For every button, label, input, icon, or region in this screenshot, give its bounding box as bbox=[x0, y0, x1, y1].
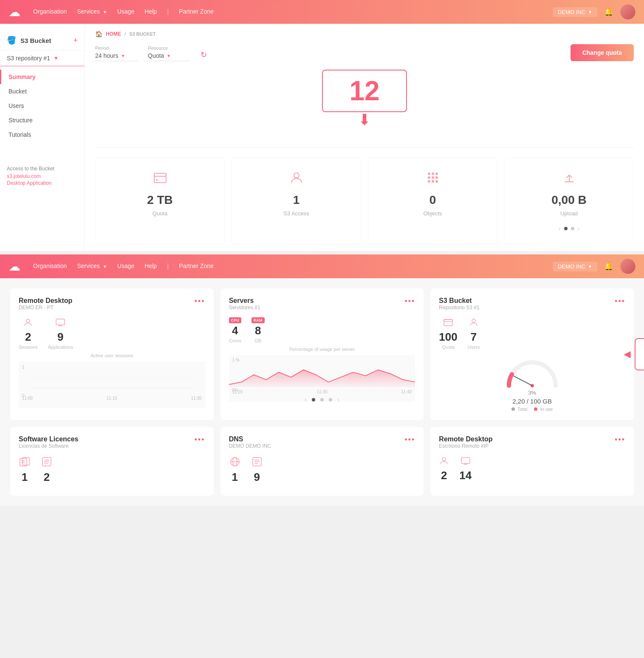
nav2-partner[interactable]: Partner Zone bbox=[179, 263, 214, 270]
breadcrumb-home[interactable]: HOME bbox=[106, 31, 121, 37]
dns-metrics: 1 9 bbox=[229, 456, 415, 484]
svg-rect-19 bbox=[444, 319, 452, 322]
sidebar-footer: Access to the Bucket s3.jotelulu.com Des… bbox=[0, 159, 85, 194]
org-selector-2[interactable]: DEMO INC ▼ bbox=[553, 262, 597, 271]
nav-organisation-1[interactable]: Organisation bbox=[33, 8, 67, 16]
dns-title-group: DNS DEMO DEMO INC bbox=[229, 435, 271, 455]
nav-usage-1[interactable]: Usage bbox=[117, 8, 134, 16]
sessions-label: Sessions bbox=[19, 345, 38, 350]
s3b-gauge-legend: Total In use bbox=[439, 407, 625, 412]
servers-header: Servers Servidores #1 ••• bbox=[229, 297, 415, 316]
servers-dot2[interactable] bbox=[320, 398, 324, 401]
cores-label: Cores bbox=[229, 338, 241, 343]
s3b-legend-total: Total bbox=[511, 407, 527, 412]
servers-next[interactable]: › bbox=[337, 396, 339, 402]
s3b-users-icon bbox=[469, 317, 479, 330]
servers-gb: RAM 8 GB bbox=[251, 317, 265, 343]
nav2-usage[interactable]: Usage bbox=[117, 263, 134, 270]
servers-dot3[interactable] bbox=[329, 398, 332, 401]
sessions-value: 2 bbox=[25, 330, 31, 344]
svg-point-12 bbox=[435, 180, 438, 183]
avatar-2[interactable] bbox=[620, 259, 636, 274]
nav-help-1[interactable]: Help bbox=[144, 8, 157, 16]
nav2-separator: | bbox=[167, 263, 169, 270]
nav2-services[interactable]: Services ▼ bbox=[77, 263, 107, 270]
applications-icon bbox=[55, 317, 65, 330]
bell-icon-2[interactable]: 🔔 bbox=[604, 262, 613, 271]
annotation-13-box: 13 bbox=[635, 338, 644, 370]
sidebar-item-structure[interactable]: Structure bbox=[0, 113, 85, 127]
sw-dots[interactable]: ••• bbox=[195, 435, 205, 444]
servers-prev[interactable]: ‹ bbox=[305, 396, 307, 402]
nav-links-2: Organisation Services ▼ Usage Help | Par… bbox=[33, 263, 553, 270]
rd-dots[interactable]: ••• bbox=[195, 297, 205, 306]
rd-chart-x-labels: 11:00 11:15 11:30 bbox=[19, 395, 205, 401]
objects-icon bbox=[425, 170, 441, 188]
carousel-prev[interactable]: ‹ bbox=[559, 225, 561, 232]
carousel-dot-1[interactable] bbox=[564, 227, 568, 230]
carousel-dot-2[interactable] bbox=[571, 227, 574, 230]
sidebar-add-button[interactable]: + bbox=[73, 36, 78, 45]
rd2-dots[interactable]: ••• bbox=[615, 435, 625, 444]
s3b-gauge-value: 2,20 / 100 GB bbox=[439, 398, 625, 405]
svg-line-22 bbox=[514, 376, 532, 386]
nav2-organisation[interactable]: Organisation bbox=[33, 263, 67, 270]
bell-icon-1[interactable]: 🔔 bbox=[604, 7, 613, 17]
sidebar-header: 🪣 S3 Bucket + bbox=[0, 31, 85, 51]
servers-subtitle: Servidores #1 bbox=[229, 305, 260, 311]
servers-title-group: Servers Servidores #1 bbox=[229, 297, 260, 316]
org-selector-1[interactable]: DEMO INC ▼ bbox=[553, 7, 597, 17]
sidebar-link-s3[interactable]: s3.jotelulu.com bbox=[7, 173, 78, 179]
s3b-quota-label: Quota bbox=[442, 345, 455, 350]
s3b-quota-value: 100 bbox=[439, 330, 457, 344]
cpu-icon: CPU bbox=[229, 317, 241, 323]
quota-value: 2 TB bbox=[147, 193, 173, 207]
nav-partner-1[interactable]: Partner Zone bbox=[179, 8, 214, 16]
svg-rect-18 bbox=[444, 319, 452, 326]
sidebar-link-desktop[interactable]: Desktop Application bbox=[7, 180, 78, 186]
svg-rect-1 bbox=[154, 173, 166, 176]
ram-icon: RAM bbox=[251, 317, 265, 323]
sidebar-item-users[interactable]: Users bbox=[0, 99, 85, 113]
applications-value: 9 bbox=[57, 330, 63, 344]
svg-point-3 bbox=[294, 173, 299, 178]
s3b-dots[interactable]: ••• bbox=[615, 297, 625, 306]
pct-usage-note: Percentage of usage per server bbox=[229, 347, 415, 352]
sidebar-item-bucket[interactable]: Bucket bbox=[0, 84, 85, 99]
svg-rect-0 bbox=[154, 173, 166, 183]
period-select[interactable]: 24 hours ▼ bbox=[95, 52, 138, 61]
rd-metrics: 2 Sessions 9 Applications bbox=[19, 317, 205, 350]
quota-label: Quota bbox=[153, 210, 167, 217]
sidebar-item-tutorials[interactable]: Tutorials bbox=[0, 127, 85, 142]
change-quota-button[interactable]: Change quota bbox=[571, 44, 634, 61]
s3b-legend-inuse: In use bbox=[534, 407, 553, 412]
period-value: 24 hours bbox=[95, 52, 118, 59]
nav2-help[interactable]: Help bbox=[144, 263, 157, 270]
stat-card-s3access: 1 S3 Access bbox=[232, 158, 361, 244]
rd2-title-group: Remote Desktop Escritorio Remoto #IP bbox=[439, 435, 492, 455]
stat-card-objects: 0 Objects bbox=[368, 158, 497, 244]
rd2-metrics: 2 14 bbox=[439, 456, 625, 482]
s3access-value: 1 bbox=[293, 193, 300, 207]
servers-dot1[interactable] bbox=[312, 398, 315, 401]
dns-dots[interactable]: ••• bbox=[404, 435, 415, 444]
carousel-next[interactable]: › bbox=[578, 225, 580, 232]
rd2-subtitle: Escritorio Remoto #IP bbox=[439, 443, 492, 449]
nav-services-1[interactable]: Services ▼ bbox=[77, 8, 107, 16]
dns-title: DNS bbox=[229, 435, 271, 443]
sidebar-item-summary[interactable]: Summary bbox=[0, 70, 85, 84]
sw-metrics: 1 2 bbox=[19, 456, 205, 484]
sidebar-sub-item[interactable]: S3 repository #1 ▼ bbox=[0, 51, 85, 66]
resource-select[interactable]: Quota ▼ bbox=[148, 52, 190, 61]
s3b-gauge-pct: 3% bbox=[439, 390, 625, 396]
refresh-icon[interactable]: ↻ bbox=[201, 50, 207, 59]
rd-chart: 1 0 11:00 11:15 11:30 bbox=[19, 361, 205, 408]
panel2: ☁ Organisation Services ▼ Usage Help | P… bbox=[0, 254, 644, 506]
filter-period: Period 24 hours ▼ bbox=[95, 45, 138, 61]
svg-point-8 bbox=[432, 176, 434, 179]
dns-val1: 1 bbox=[232, 471, 237, 484]
servers-dots[interactable]: ••• bbox=[404, 297, 415, 306]
rd2-metric2: 14 bbox=[459, 456, 472, 482]
sw-metric1: 1 bbox=[19, 456, 31, 484]
avatar-1[interactable] bbox=[620, 4, 636, 20]
